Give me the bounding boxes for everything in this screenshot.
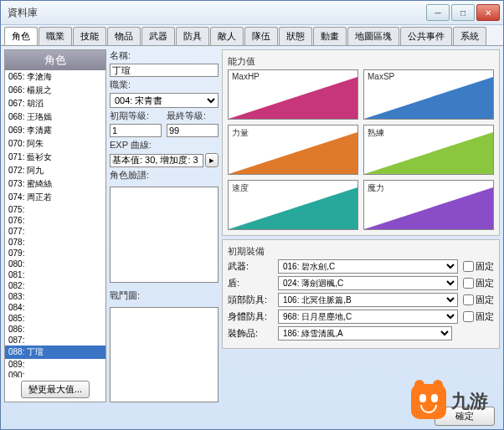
svg-marker-0 — [229, 77, 357, 119]
fixed-checkbox[interactable] — [463, 294, 474, 305]
actor-list-header: 角色 — [5, 50, 105, 70]
actor-list[interactable]: 065: 李滄海066: 楊規之067: 胡滔068: 王珞嫣069: 李清露0… — [5, 70, 105, 377]
list-item[interactable]: 073: 蜜綺絲 — [5, 177, 105, 191]
stat-label: MaxSP — [368, 72, 394, 81]
list-item[interactable]: 075: — [5, 204, 105, 215]
list-item[interactable]: 085: — [5, 313, 105, 324]
close-button[interactable]: ✕ — [476, 4, 500, 21]
minimize-button[interactable]: ─ — [426, 4, 450, 21]
initial-level-label: 初期等級: — [110, 110, 162, 122]
database-window: 資料庫 ─ □ ✕ 角色職業技能物品武器防具敵人隊伍狀態動畫地圖區塊公共事件系統… — [0, 0, 504, 430]
tab-0[interactable]: 角色 — [4, 27, 38, 45]
stat-box-速度[interactable]: 速度 — [228, 180, 358, 230]
stat-label: 速度 — [232, 182, 249, 194]
list-item[interactable]: 065: 李滄海 — [5, 70, 105, 84]
equip-select[interactable]: 024: 薄劍迴楓,C — [278, 276, 458, 290]
list-item[interactable]: 082: — [5, 280, 105, 291]
ok-button[interactable]: 確定 — [435, 407, 495, 426]
list-item[interactable]: 067: 胡滔 — [5, 97, 105, 110]
equip-slot-label: 頭部防具: — [228, 294, 273, 306]
tab-bar: 角色職業技能物品武器防具敵人隊伍狀態動畫地圖區塊公共事件系統 — [1, 25, 503, 46]
fixed-checkbox[interactable] — [463, 261, 474, 272]
tab-8[interactable]: 狀態 — [279, 27, 312, 45]
class-label: 職業: — [110, 79, 219, 91]
list-item[interactable]: 090: — [5, 370, 105, 377]
face-label: 角色臉譜: — [110, 169, 219, 182]
list-item[interactable]: 083: — [5, 291, 105, 302]
stat-label: 力量 — [232, 127, 249, 139]
battle-graphic-label: 戰鬥圖: — [110, 289, 219, 302]
stat-label: 魔力 — [368, 182, 384, 194]
list-item[interactable]: 076: — [5, 215, 105, 226]
equip-select[interactable]: 968: 日月星塵地,C — [278, 310, 458, 324]
final-level-input[interactable] — [167, 124, 219, 137]
tab-3[interactable]: 物品 — [107, 27, 141, 45]
list-item[interactable]: 070: 阿朱 — [5, 137, 105, 151]
fixed-checkbox-label[interactable]: 固定 — [463, 277, 494, 289]
stats-group-label: 能力值 — [228, 55, 494, 68]
initial-equip-label: 初期裝備 — [228, 245, 494, 258]
list-item[interactable]: 066: 楊規之 — [5, 84, 105, 97]
equip-row: 盾:024: 薄劍迴楓,C固定 — [228, 276, 494, 290]
stats-group: 能力值 MaxHPMaxSP力量熟練速度魔力 — [222, 49, 500, 236]
list-item[interactable]: 071: 藍衫女 — [5, 151, 105, 164]
list-item[interactable]: 068: 王珞嫣 — [5, 110, 105, 124]
window-title: 資料庫 — [4, 6, 426, 20]
fixed-checkbox[interactable] — [463, 278, 474, 289]
tab-4[interactable]: 武器 — [141, 27, 175, 45]
list-item[interactable]: 086: — [5, 324, 105, 335]
stat-label: 熟練 — [368, 127, 384, 139]
list-item[interactable]: 069: 李清露 — [5, 124, 105, 137]
equip-row: 身體防具:968: 日月星塵地,C固定 — [228, 310, 494, 324]
list-item[interactable]: 077: — [5, 226, 105, 237]
equip-select[interactable]: 016: 碧水劍,C — [278, 259, 458, 274]
name-input[interactable] — [110, 64, 219, 77]
list-item[interactable]: 081: — [5, 269, 105, 280]
stat-box-熟練[interactable]: 熟練 — [363, 125, 494, 175]
fixed-checkbox-label[interactable]: 固定 — [463, 294, 494, 306]
exp-curve-button[interactable]: ▸ — [205, 153, 219, 167]
tab-12[interactable]: 系統 — [453, 27, 486, 45]
list-item[interactable]: 079: — [5, 248, 105, 259]
list-item[interactable]: 074: 周正若 — [5, 191, 105, 204]
equip-row: 武器:016: 碧水劍,C固定 — [228, 259, 494, 274]
exp-curve-input[interactable] — [110, 154, 203, 167]
fixed-checkbox[interactable] — [463, 311, 474, 322]
tab-6[interactable]: 敵人 — [210, 27, 244, 45]
tab-9[interactable]: 動畫 — [313, 27, 347, 45]
tab-5[interactable]: 防具 — [176, 27, 209, 45]
list-item[interactable]: 084: — [5, 302, 105, 313]
maximize-button[interactable]: □ — [451, 4, 475, 21]
final-level-label: 最終等級: — [167, 110, 219, 122]
equip-select[interactable]: 186: 綠雪清風,A — [278, 326, 452, 340]
change-max-button[interactable]: 變更最大值... — [21, 381, 90, 398]
tab-2[interactable]: 技能 — [73, 27, 106, 45]
class-select[interactable]: 004: 宋青書 — [110, 93, 219, 108]
list-item[interactable]: 080: — [5, 259, 105, 269]
equip-select[interactable]: 106: 北冥住脈篇,B — [278, 293, 458, 307]
tab-11[interactable]: 公共事件 — [400, 27, 452, 45]
battle-graphic-box[interactable] — [110, 307, 219, 403]
list-item[interactable]: 087: — [5, 335, 105, 346]
name-label: 名稱: — [110, 49, 219, 62]
list-item[interactable]: 078: — [5, 237, 105, 248]
tab-7[interactable]: 隊伍 — [244, 27, 278, 45]
stat-box-MaxHP[interactable]: MaxHP — [228, 69, 358, 120]
list-item[interactable]: 088: 丁瑄 — [5, 346, 105, 359]
stat-box-MaxSP[interactable]: MaxSP — [363, 69, 494, 120]
fixed-checkbox-label[interactable]: 固定 — [463, 310, 494, 323]
tab-1[interactable]: 職業 — [39, 27, 72, 45]
equip-slot-label: 武器: — [228, 260, 273, 273]
tab-10[interactable]: 地圖區塊 — [347, 27, 399, 45]
initial-equip-group: 初期裝備 武器:016: 碧水劍,C固定盾:024: 薄劍迴楓,C固定頭部防具:… — [222, 239, 500, 349]
list-item[interactable]: 072: 阿九 — [5, 164, 105, 177]
equip-slot-label: 裝飾品: — [228, 327, 273, 340]
actor-basic-panel: 名稱: 職業: 004: 宋青書 初期等級: 最終等級: EXP 曲線: ▸ 角… — [110, 49, 219, 402]
list-item[interactable]: 089: — [5, 359, 105, 370]
face-graphic-box[interactable] — [110, 187, 219, 283]
stat-box-魔力[interactable]: 魔力 — [363, 180, 494, 230]
initial-level-input[interactable] — [110, 124, 162, 137]
stat-box-力量[interactable]: 力量 — [228, 125, 358, 175]
equip-slot-label: 身體防具: — [228, 310, 273, 323]
fixed-checkbox-label[interactable]: 固定 — [463, 260, 494, 273]
